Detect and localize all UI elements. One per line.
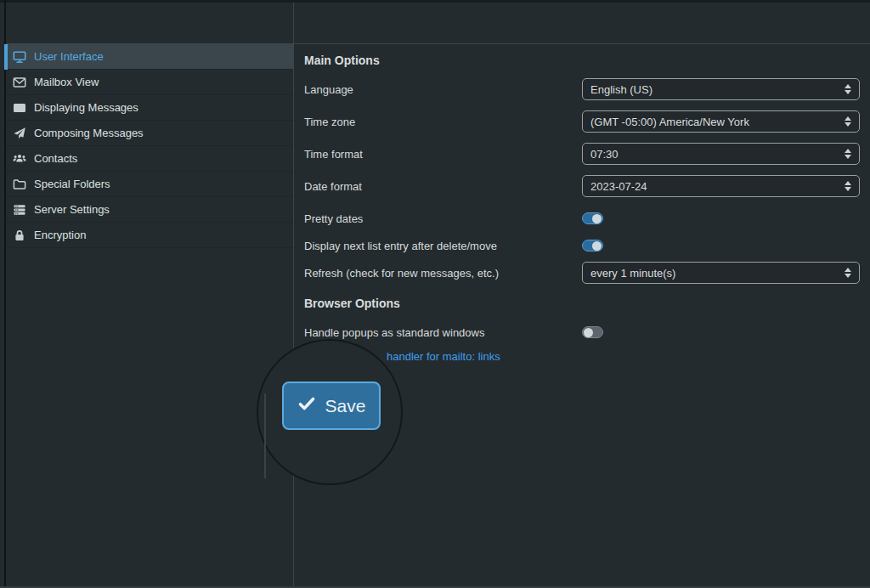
row-language: LanguageEnglish (US) (304, 78, 860, 100)
toggle-handle-popups-as-standard-windows[interactable] (582, 326, 603, 338)
checkmark-icon (297, 394, 316, 417)
sidebar-item-label: Server Settings (34, 203, 110, 216)
section-main-options: Main OptionsLanguageEnglish (US)Time zon… (304, 54, 860, 284)
monitor-icon (12, 49, 26, 64)
sidebar-item-label: Mailbox View (34, 76, 99, 88)
select-arrows-icon (845, 116, 851, 127)
toggle-knob (592, 241, 602, 251)
field-label: Pretty dates (304, 212, 582, 225)
row-time-zone: Time zone(GMT -05:00) America/New York (304, 110, 860, 133)
envelope-icon (12, 75, 26, 89)
sidebar-item-label: Encryption (34, 229, 86, 241)
sidebar-item-special-folders[interactable]: Special Folders (6, 172, 293, 197)
toggle-pretty-dates[interactable] (582, 212, 603, 224)
select-time-zone[interactable]: (GMT -05:00) America/New York (582, 110, 860, 133)
row-handler-for-mailto-links: handler for mailto: links (304, 348, 860, 364)
sidebar-item-label: Composing Messages (34, 127, 144, 139)
row-refresh-check-for-new-messages-etc: Refresh (check for new messages, etc.)ev… (304, 262, 860, 284)
sidebar-item-label: Special Folders (34, 178, 110, 190)
sidebar-item-server-settings[interactable]: Server Settings (6, 197, 293, 223)
paper-plane-icon (12, 126, 26, 140)
select-arrows-icon (845, 149, 851, 159)
sidebar-item-user-interface[interactable]: User Interface (6, 44, 293, 70)
row-handle-popups-as-standard-windows: Handle popups as standard windows (304, 321, 860, 343)
toggle-knob (592, 214, 602, 223)
select-date-format[interactable]: 2023-07-24 (582, 175, 860, 197)
section-browser-options: Browser OptionsHandle popups as standard… (304, 297, 860, 364)
select-language[interactable]: English (US) (582, 78, 860, 100)
field-control (582, 326, 860, 338)
field-label: Date format (304, 180, 582, 193)
lock-icon (12, 228, 26, 242)
users-icon (12, 151, 26, 166)
field-control: (GMT -05:00) America/New York (582, 110, 860, 133)
field-label: Display next list entry after delete/mov… (304, 240, 582, 252)
sidebar-item-mailbox-view[interactable]: Mailbox View (6, 70, 293, 95)
row-display-next-list-entry-after-dele: Display next list entry after delete/mov… (304, 235, 860, 257)
field-label: Handle popups as standard windows (304, 326, 582, 339)
save-button[interactable]: Save (282, 382, 381, 430)
window-top-edge (0, 0, 870, 3)
sidebar-item-composing-messages[interactable]: Composing Messages (6, 121, 293, 146)
settings-content: Main OptionsLanguageEnglish (US)Time zon… (294, 44, 870, 588)
field-label: Language (304, 83, 582, 96)
select-value: every 1 minute(s) (590, 267, 675, 280)
select-arrows-icon (845, 84, 851, 94)
sidebar-item-encryption[interactable]: Encryption (6, 223, 293, 248)
mailto-handler-link[interactable]: handler for mailto: links (387, 350, 500, 363)
field-label: Time format (304, 148, 582, 161)
toggle-knob (584, 328, 593, 337)
server-icon (12, 202, 26, 217)
lens-divider-line (264, 393, 266, 478)
select-value: (GMT -05:00) America/New York (590, 116, 749, 128)
sidebar-item-displaying-messages[interactable]: Displaying Messages (6, 95, 293, 121)
folder-icon (12, 177, 26, 191)
field-control (582, 212, 860, 224)
select-arrows-icon (845, 268, 851, 278)
settings-sidebar: User InterfaceMailbox ViewDisplaying Mes… (6, 44, 293, 248)
field-control: 07:30 (582, 143, 860, 165)
field-control (582, 240, 860, 252)
sidebar-item-contacts[interactable]: Contacts (6, 146, 293, 172)
field-control: English (US) (582, 78, 860, 100)
select-time-format[interactable]: 07:30 (582, 143, 860, 165)
select-refresh-check-for-new-messages-etc[interactable]: every 1 minute(s) (582, 262, 860, 284)
select-value: English (US) (590, 83, 652, 96)
select-arrows-icon (845, 181, 851, 191)
field-label: Refresh (check for new messages, etc.) (304, 267, 582, 280)
sidebar-item-label: User Interface (34, 50, 104, 63)
section-title: Main Options (304, 54, 860, 66)
sidebar-item-label: Displaying Messages (34, 101, 138, 114)
row-time-format: Time format07:30 (304, 143, 860, 165)
save-button-label: Save (325, 396, 366, 416)
sidebar-item-label: Contacts (34, 152, 77, 165)
field-label: Time zone (304, 116, 582, 128)
select-value: 07:30 (590, 148, 619, 161)
row-date-format: Date format2023-07-24 (304, 175, 860, 197)
field-control: every 1 minute(s) (582, 262, 860, 284)
select-value: 2023-07-24 (590, 180, 647, 193)
toggle-display-next-list-entry-after-dele[interactable] (582, 240, 603, 252)
inbox-icon (12, 100, 26, 115)
field-control: 2023-07-24 (582, 175, 860, 197)
section-title: Browser Options (304, 297, 860, 309)
row-pretty-dates: Pretty dates (304, 207, 860, 229)
